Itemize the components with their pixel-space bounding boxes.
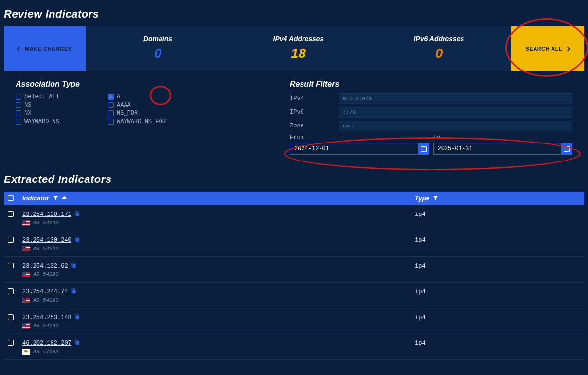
make-changes-label: MAKE CHANGES — [25, 46, 71, 52]
table-row: 46.202.182.207AS 47583ip4 — [4, 334, 584, 360]
stat-domains: Domains 0 — [89, 26, 226, 71]
checkbox-ns-for[interactable]: NS_FOR — [108, 110, 166, 117]
stats-row: MAKE CHANGES Domains 0 IPv4 Addresses 18… — [4, 26, 584, 71]
ipv4-filter-input[interactable] — [339, 93, 572, 104]
from-calendar-button[interactable] — [418, 143, 429, 155]
checkbox-label: AAAA — [117, 102, 131, 108]
svg-rect-11 — [76, 341, 79, 345]
ipv6-filter-label: IPv6 — [290, 109, 339, 116]
indicator-link[interactable]: 23.254.253.148 — [22, 314, 71, 321]
type-value: ip4 — [415, 313, 580, 321]
svg-rect-5 — [72, 264, 75, 268]
copy-icon[interactable] — [71, 288, 76, 295]
checkbox-wayward-ns-for[interactable]: WAYWARD_NS_FOR — [108, 118, 166, 125]
indicator-link[interactable]: 23.254.130.240 — [22, 237, 71, 244]
table-header: Indicator Type — [4, 192, 584, 205]
flag-icon — [22, 220, 30, 226]
column-type-label: Type — [415, 195, 429, 202]
checkbox-a[interactable]: A — [108, 93, 166, 100]
filter-icon — [53, 195, 58, 202]
from-label: From — [290, 134, 429, 141]
checkbox-icon — [16, 102, 21, 108]
svg-rect-3 — [76, 238, 79, 242]
checkbox-label: A — [117, 93, 120, 100]
type-value: ip4 — [415, 262, 580, 269]
indicator-link[interactable]: 23.254.130.171 — [22, 211, 71, 218]
svg-rect-9 — [76, 316, 79, 320]
flag-icon — [22, 323, 30, 329]
checkbox-label: NS_FOR — [117, 110, 138, 117]
select-all-checkbox[interactable] — [8, 195, 14, 201]
flag-icon — [22, 272, 30, 277]
svg-rect-1 — [76, 213, 79, 216]
copy-icon[interactable] — [74, 339, 80, 347]
column-indicator-label: Indicator — [22, 195, 49, 202]
checkbox-label: Select All — [24, 93, 59, 100]
asn-label: AS 54290 — [33, 297, 59, 303]
copy-icon[interactable] — [71, 262, 76, 269]
association-type-heading: Association Type — [16, 80, 278, 89]
checkbox-icon — [16, 110, 21, 116]
page-title: Review Indicators — [4, 8, 584, 20]
asn-label: AS 47583 — [33, 349, 59, 355]
stat-ipv6: IPv6 Addresses 0 — [371, 26, 507, 71]
flag-icon — [22, 246, 30, 251]
type-value: ip4 — [415, 287, 580, 295]
asn-label: AS 54290 — [33, 271, 59, 277]
zone-filter-input[interactable] — [339, 121, 572, 131]
type-value: ip4 — [415, 339, 580, 347]
asn-label: AS 54290 — [33, 220, 59, 226]
stat-ipv6-value: 0 — [371, 46, 507, 61]
search-all-button[interactable]: SEARCH ALL — [511, 26, 584, 71]
indicator-link[interactable]: 46.202.182.207 — [22, 340, 71, 347]
checkbox-icon — [108, 110, 114, 116]
stat-domains-value: 0 — [89, 46, 226, 61]
indicator-link[interactable]: 23.254.132.62 — [22, 263, 68, 269]
calendar-icon — [564, 146, 570, 152]
checkbox-ns[interactable]: NS — [16, 102, 59, 108]
to-date-input[interactable] — [433, 143, 561, 155]
extracted-indicators-title: Extracted Indicators — [4, 173, 584, 186]
row-checkbox[interactable] — [8, 288, 14, 294]
make-changes-button[interactable]: MAKE CHANGES — [4, 26, 86, 71]
filter-icon — [433, 195, 438, 202]
stat-domains-label: Domains — [89, 35, 226, 43]
flag-icon — [22, 298, 30, 303]
stat-ipv4-label: IPv4 Addresses — [230, 35, 367, 43]
indicator-link[interactable]: 23.254.244.74 — [22, 288, 68, 295]
copy-icon[interactable] — [74, 314, 80, 321]
checkbox-icon — [108, 102, 114, 108]
to-calendar-button[interactable] — [561, 143, 572, 155]
result-filters-heading: Result Filters — [290, 80, 572, 89]
checkbox-aaaa[interactable]: AAAA — [108, 102, 166, 108]
search-all-label: SEARCH ALL — [526, 46, 562, 52]
chevron-left-icon — [17, 46, 22, 51]
svg-rect-7 — [72, 290, 75, 294]
checkbox-wayward-ns[interactable]: WAYWARD_NS — [16, 118, 59, 125]
checkbox-label: NS — [24, 102, 31, 108]
checkbox-icon — [108, 94, 114, 100]
table-row: 23.254.244.74AS 54290ip4 — [4, 283, 584, 308]
row-checkbox[interactable] — [8, 263, 14, 268]
asn-label: AS 54290 — [33, 323, 59, 329]
row-checkbox[interactable] — [8, 340, 14, 346]
checkbox-nx[interactable]: NX — [16, 110, 59, 117]
table-row: 23.254.253.148AS 54290ip4 — [4, 308, 584, 334]
row-checkbox[interactable] — [8, 211, 14, 217]
to-label: To — [433, 134, 573, 141]
table-row: 23.254.130.171AS 54290ip4 — [4, 205, 584, 231]
row-checkbox[interactable] — [8, 237, 14, 243]
checkbox-select-all[interactable]: Select All — [16, 93, 59, 100]
copy-icon[interactable] — [74, 236, 80, 244]
stat-ipv4: IPv4 Addresses 18 — [230, 26, 367, 71]
copy-icon[interactable] — [74, 211, 80, 218]
row-checkbox[interactable] — [8, 314, 14, 320]
column-indicator[interactable]: Indicator — [22, 195, 415, 202]
column-type[interactable]: Type — [415, 195, 580, 202]
from-date-input[interactable] — [290, 143, 418, 155]
table-row: 23.254.132.62AS 54290ip4 — [4, 257, 584, 283]
flag-icon — [22, 349, 30, 355]
calendar-icon — [421, 146, 427, 152]
checkbox-label: NX — [24, 110, 31, 117]
ipv6-filter-input[interactable] — [339, 107, 572, 118]
